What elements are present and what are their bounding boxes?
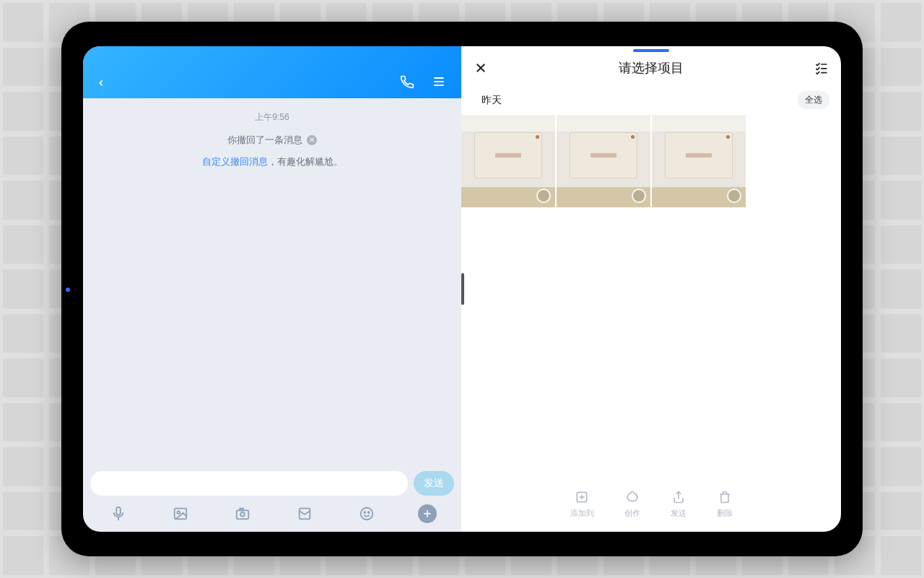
chat-app: 上午9:56 你撤回了一条消息 ✕ 自定义撤回消息，有趣化解尴尬。 发送 xyxy=(83,46,461,532)
svg-rect-7 xyxy=(237,510,249,519)
trash-icon xyxy=(718,490,732,504)
thumbnail-content xyxy=(570,132,637,178)
photo-button[interactable] xyxy=(170,503,191,525)
picker-action-bar: 添加到 创作 发送 删除 xyxy=(461,482,841,532)
chat-timestamp: 上午9:56 xyxy=(96,111,448,124)
back-button[interactable] xyxy=(93,75,109,91)
tablet-indicator-led xyxy=(66,288,70,292)
checklist-icon xyxy=(814,61,829,75)
select-all-button[interactable]: 全选 xyxy=(798,91,829,109)
svg-rect-3 xyxy=(116,507,121,515)
redpacket-button[interactable] xyxy=(294,503,315,525)
dismiss-recall-icon[interactable]: ✕ xyxy=(307,135,317,145)
call-button[interactable] xyxy=(398,72,417,91)
create-icon xyxy=(625,490,640,504)
voice-button[interactable] xyxy=(108,503,129,525)
recall-tip-rest: ，有趣化解尴尬。 xyxy=(268,156,343,167)
photo-thumbnail[interactable] xyxy=(652,115,746,207)
chat-input-row: 发送 xyxy=(83,467,461,500)
recall-tip: 自定义撤回消息，有趣化解尴尬。 xyxy=(96,155,448,168)
add-to-icon xyxy=(575,490,589,504)
picker-subheader: 昨天 全选 xyxy=(461,79,841,115)
create-button[interactable]: 创作 xyxy=(624,489,640,519)
image-icon xyxy=(173,506,188,522)
send-action-label: 发送 xyxy=(671,508,687,519)
thumbnail-content xyxy=(665,132,733,178)
menu-button[interactable] xyxy=(430,72,448,91)
delete-label: 删除 xyxy=(717,508,733,519)
thumbnail-grid xyxy=(461,115,841,207)
mic-icon xyxy=(110,506,126,522)
photo-thumbnail[interactable] xyxy=(461,115,555,207)
recall-text: 你撤回了一条消息 xyxy=(227,134,302,147)
camera-button[interactable] xyxy=(232,503,253,525)
chat-messages-area: 上午9:56 你撤回了一条消息 ✕ 自定义撤回消息，有趣化解尴尬。 xyxy=(83,98,461,467)
message-input[interactable] xyxy=(90,471,408,496)
svg-point-6 xyxy=(177,511,180,514)
delete-button[interactable]: 删除 xyxy=(717,489,733,519)
emoji-button[interactable] xyxy=(356,503,378,525)
recall-tip-link[interactable]: 自定义撤回消息 xyxy=(202,156,268,167)
add-to-label: 添加到 xyxy=(570,508,594,519)
close-button[interactable] xyxy=(473,60,489,76)
picker-header: 请选择项目 xyxy=(461,52,841,79)
plus-icon xyxy=(422,508,433,519)
share-icon xyxy=(671,490,686,504)
close-icon xyxy=(474,61,487,74)
chat-toolbar xyxy=(83,500,461,532)
menu-icon xyxy=(432,74,446,89)
selection-circle[interactable] xyxy=(727,189,741,203)
recall-notice: 你撤回了一条消息 ✕ xyxy=(96,134,448,147)
send-action-button[interactable]: 发送 xyxy=(671,489,687,519)
split-view-handle[interactable] xyxy=(461,273,464,305)
section-date-label: 昨天 xyxy=(481,94,502,107)
selection-circle[interactable] xyxy=(536,189,551,203)
thumbnail-content xyxy=(474,132,542,178)
picker-title: 请选择项目 xyxy=(489,59,814,77)
send-button[interactable]: 发送 xyxy=(414,471,454,496)
chevron-left-icon xyxy=(96,78,106,88)
create-label: 创作 xyxy=(624,508,640,519)
envelope-icon xyxy=(297,506,313,522)
gallery-picker-app: 请选择项目 昨天 全选 xyxy=(461,46,841,532)
more-button[interactable] xyxy=(418,504,437,523)
tablet-frame: 上午9:56 你撤回了一条消息 ✕ 自定义撤回消息，有趣化解尴尬。 发送 xyxy=(61,22,863,556)
photo-thumbnail[interactable] xyxy=(557,115,650,207)
smile-icon xyxy=(359,506,375,522)
checklist-button[interactable] xyxy=(814,60,829,76)
svg-point-13 xyxy=(368,512,370,513)
svg-rect-9 xyxy=(240,509,243,511)
add-to-button[interactable]: 添加到 xyxy=(570,489,594,519)
camera-icon xyxy=(235,506,250,522)
phone-icon xyxy=(400,74,414,89)
selection-circle[interactable] xyxy=(632,189,646,203)
svg-point-8 xyxy=(240,512,245,517)
svg-point-11 xyxy=(361,508,373,520)
chat-header xyxy=(83,46,461,98)
svg-point-12 xyxy=(364,512,365,513)
